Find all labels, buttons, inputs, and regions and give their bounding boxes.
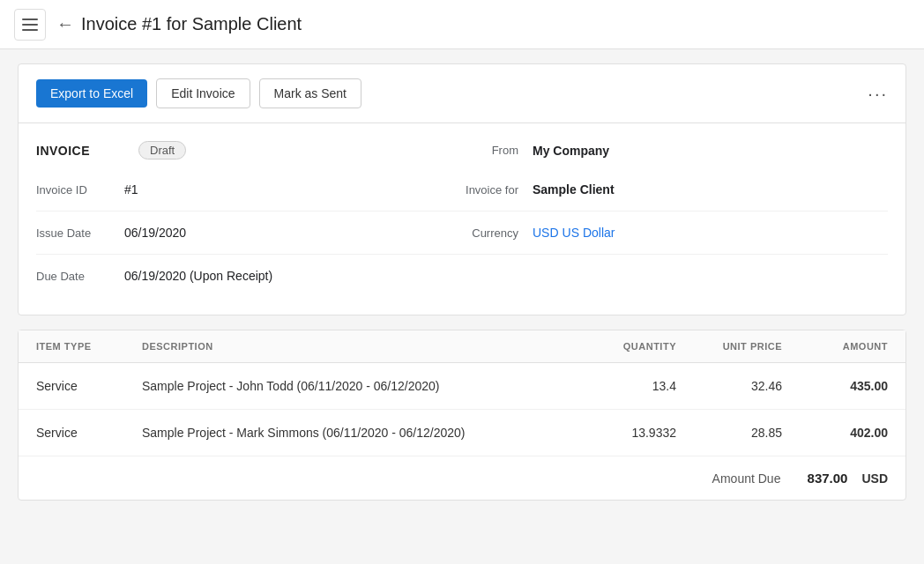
due-date-value: 06/19/2020 (Upon Receipt) [124,269,272,283]
invoice-info-card: Export to Excel Edit Invoice Mark as Sen… [18,63,906,315]
row1-quantity: 13.4 [570,379,676,393]
table-row: Service Sample Project - John Todd (06/1… [19,363,905,410]
page-title: Invoice #1 for Sample Client [81,14,302,34]
issue-date-value: 06/19/2020 [124,226,186,240]
svg-rect-2 [22,29,38,31]
row1-item-type: Service [36,379,142,393]
export-to-excel-button[interactable]: Export to Excel [36,79,147,108]
currency-code: USD [533,226,559,240]
row2-item-type: Service [36,426,142,440]
due-date-label: Due Date [36,270,124,283]
invoice-details: INVOICE Draft From My Company Invoice ID… [19,123,905,315]
col-quantity: QUANTITY [570,341,676,352]
back-button[interactable]: ← [56,14,74,34]
row2-amount: 402.00 [782,426,888,440]
more-options-button[interactable]: ··· [868,84,888,104]
status-badge: Draft [138,141,186,160]
svg-rect-1 [22,24,38,26]
svg-rect-0 [22,19,38,20]
row1-unit-price: 32.46 [676,379,782,393]
invoice-id-label: Invoice ID [36,183,124,197]
col-description: DESCRIPTION [142,341,570,352]
col-amount: AMOUNT [782,341,888,352]
amount-due-label: Amount Due [712,471,781,486]
currency-name: US Dollar [563,226,615,240]
row1-amount: 435.00 [782,379,888,393]
due-date-row: Due Date 06/19/2020 (Upon Receipt) [36,255,888,297]
line-items-card: ITEM TYPE DESCRIPTION QUANTITY UNIT PRIC… [18,330,906,501]
col-item-type: ITEM TYPE [36,341,142,352]
invoice-section-title: INVOICE [36,144,124,158]
invoice-id-row: Invoice ID #1 Invoice for Sample Client [36,168,888,212]
col-unit-price: UNIT PRICE [676,341,782,352]
invoice-for-label: Invoice for [462,183,533,197]
amount-due-value: 837.00 [794,471,847,486]
issue-date-label: Issue Date [36,226,124,240]
from-label: From [462,144,533,157]
table-row: Service Sample Project - Mark Simmons (0… [19,410,905,456]
main-content: Export to Excel Edit Invoice Mark as Sen… [0,49,924,515]
table-header: ITEM TYPE DESCRIPTION QUANTITY UNIT PRIC… [19,330,905,363]
edit-invoice-button[interactable]: Edit Invoice [156,78,250,108]
row2-unit-price: 28.85 [676,426,782,440]
app-header: ← Invoice #1 for Sample Client [0,0,924,49]
row2-description: Sample Project - Mark Simmons (06/11/202… [142,426,570,440]
row1-description: Sample Project - John Todd (06/11/2020 -… [142,379,570,393]
amount-due-row: Amount Due 837.00 USD [19,456,905,500]
from-value: My Company [533,144,609,158]
invoice-header-row: INVOICE Draft From My Company [36,123,888,168]
invoice-toolbar: Export to Excel Edit Invoice Mark as Sen… [19,64,905,123]
row2-quantity: 13.9332 [570,426,676,440]
amount-due-currency: USD [861,471,888,486]
menu-icon-button[interactable] [14,9,46,41]
invoice-for-value: Sample Client [533,182,615,197]
issue-date-row: Issue Date 06/19/2020 Currency USD US Do… [36,212,888,255]
currency-label: Currency [462,226,533,240]
invoice-id-value: #1 [124,182,138,197]
mark-as-sent-button[interactable]: Mark as Sent [259,78,361,108]
